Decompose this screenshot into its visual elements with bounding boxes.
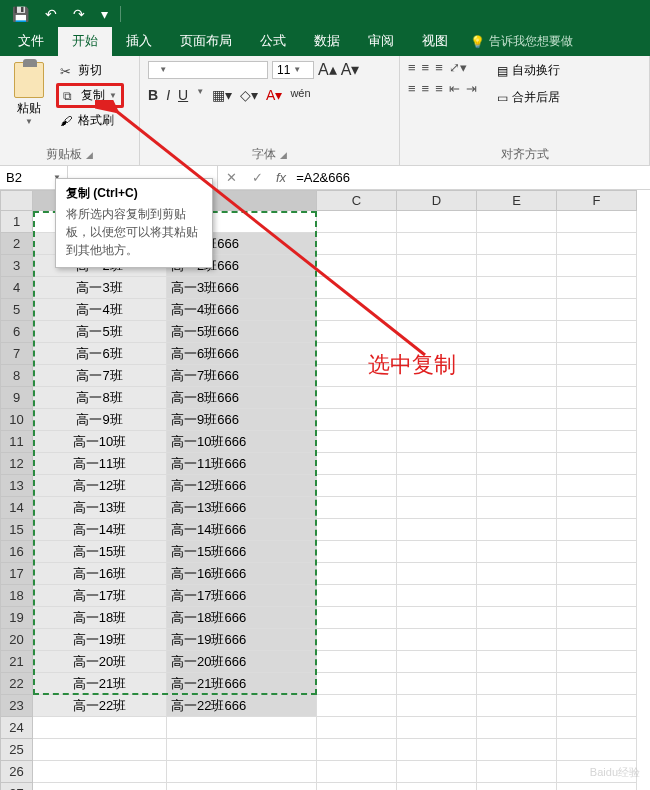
row-header[interactable]: 27 (1, 783, 33, 791)
cell[interactable] (397, 453, 477, 475)
cell[interactable] (317, 387, 397, 409)
cell[interactable] (167, 717, 317, 739)
increase-indent-button[interactable]: ⇥ (466, 81, 477, 96)
cell[interactable] (477, 629, 557, 651)
cell[interactable] (397, 651, 477, 673)
cell[interactable] (477, 497, 557, 519)
underline-button[interactable]: U (178, 87, 188, 103)
cell[interactable] (557, 585, 637, 607)
cell[interactable]: 高一6班 (33, 343, 167, 365)
merge-center-button[interactable]: ▭ 合并后居 (493, 87, 564, 108)
cell[interactable]: 高一5班 (33, 321, 167, 343)
cell[interactable] (317, 629, 397, 651)
paste-button[interactable]: 粘贴 ▼ (8, 60, 50, 144)
cell[interactable] (397, 717, 477, 739)
cell[interactable]: 高一16班666 (167, 563, 317, 585)
cell[interactable] (557, 563, 637, 585)
cell[interactable] (317, 783, 397, 791)
fill-color-button[interactable]: ◇▾ (240, 87, 258, 103)
row-header[interactable]: 4 (1, 277, 33, 299)
cell[interactable] (477, 695, 557, 717)
cell[interactable] (477, 453, 557, 475)
cell[interactable] (477, 431, 557, 453)
cell[interactable] (317, 673, 397, 695)
column-header[interactable]: E (477, 191, 557, 211)
cell[interactable] (557, 739, 637, 761)
cell[interactable] (397, 431, 477, 453)
row-header[interactable]: 16 (1, 541, 33, 563)
cell[interactable] (477, 651, 557, 673)
row-header[interactable]: 17 (1, 563, 33, 585)
cell[interactable]: 高一12班 (33, 475, 167, 497)
cell[interactable] (397, 761, 477, 783)
cell[interactable]: 高一13班 (33, 497, 167, 519)
cell[interactable] (397, 255, 477, 277)
cell[interactable] (477, 783, 557, 791)
row-header[interactable]: 11 (1, 431, 33, 453)
cell[interactable] (33, 761, 167, 783)
italic-button[interactable]: I (166, 87, 170, 103)
decrease-font-button[interactable]: A▾ (341, 60, 360, 79)
cell[interactable] (397, 541, 477, 563)
border-button[interactable]: ▦▾ (212, 87, 232, 103)
dialog-launcher-icon[interactable]: ◢ (86, 150, 93, 160)
redo-button[interactable]: ↷ (69, 4, 89, 24)
cell[interactable]: 高一13班666 (167, 497, 317, 519)
cell[interactable]: 高一22班 (33, 695, 167, 717)
column-header[interactable]: C (317, 191, 397, 211)
row-header[interactable]: 12 (1, 453, 33, 475)
formula-input[interactable] (292, 168, 650, 187)
cell[interactable] (557, 387, 637, 409)
cell[interactable]: 高一11班666 (167, 453, 317, 475)
cell[interactable]: 高一10班 (33, 431, 167, 453)
cell[interactable] (477, 563, 557, 585)
cell[interactable]: 高一10班666 (167, 431, 317, 453)
row-header[interactable]: 21 (1, 651, 33, 673)
cell[interactable] (33, 783, 167, 791)
cell[interactable]: 高一16班 (33, 563, 167, 585)
row-header[interactable]: 3 (1, 255, 33, 277)
row-header[interactable]: 13 (1, 475, 33, 497)
cell[interactable]: 高一3班 (33, 277, 167, 299)
cell[interactable] (477, 409, 557, 431)
cut-button[interactable]: 剪切 (56, 60, 124, 81)
cell[interactable] (317, 585, 397, 607)
tab-review[interactable]: 审阅 (354, 27, 408, 56)
decrease-indent-button[interactable]: ⇤ (449, 81, 460, 96)
row-header[interactable]: 24 (1, 717, 33, 739)
align-middle-button[interactable]: ≡ (422, 60, 430, 75)
align-left-button[interactable]: ≡ (408, 81, 416, 96)
cell[interactable]: 高一15班 (33, 541, 167, 563)
cell[interactable] (33, 717, 167, 739)
row-header[interactable]: 7 (1, 343, 33, 365)
cell[interactable]: 高一7班 (33, 365, 167, 387)
tab-data[interactable]: 数据 (300, 27, 354, 56)
cell[interactable] (557, 607, 637, 629)
cell[interactable] (397, 475, 477, 497)
cell[interactable] (397, 739, 477, 761)
cell[interactable] (557, 277, 637, 299)
cell[interactable] (477, 541, 557, 563)
cell[interactable] (317, 761, 397, 783)
cell[interactable]: 高一8班 (33, 387, 167, 409)
cell[interactable] (557, 233, 637, 255)
cell[interactable] (317, 277, 397, 299)
cell[interactable] (557, 629, 637, 651)
cell[interactable] (477, 585, 557, 607)
row-header[interactable]: 1 (1, 211, 33, 233)
cell[interactable] (317, 453, 397, 475)
cell[interactable] (477, 673, 557, 695)
cell[interactable] (167, 783, 317, 791)
cancel-formula-button[interactable]: ✕ (218, 170, 244, 185)
cell[interactable] (477, 277, 557, 299)
cell[interactable] (477, 761, 557, 783)
cell[interactable] (317, 299, 397, 321)
cell[interactable] (167, 761, 317, 783)
cell[interactable] (317, 607, 397, 629)
cell[interactable] (397, 409, 477, 431)
row-header[interactable]: 22 (1, 673, 33, 695)
cell[interactable] (557, 431, 637, 453)
format-painter-button[interactable]: 格式刷 (56, 110, 124, 131)
font-family-dropdown[interactable]: ▼ (148, 61, 268, 79)
cell[interactable]: 高一7班666 (167, 365, 317, 387)
